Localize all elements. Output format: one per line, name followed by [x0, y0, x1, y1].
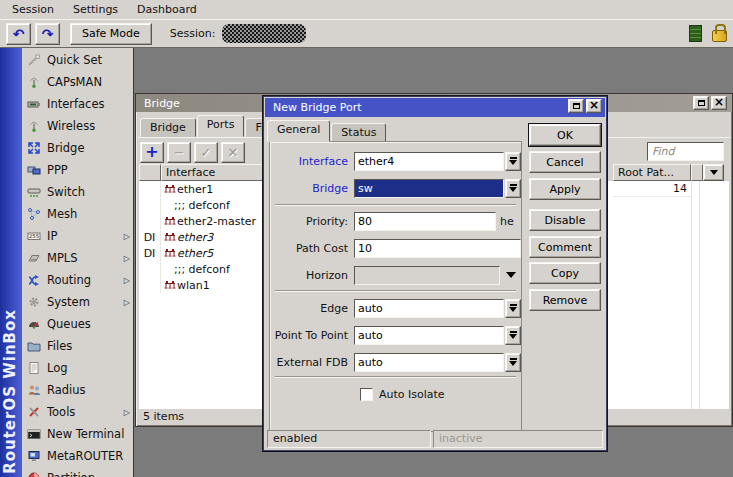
edge-combo-input[interactable]: [354, 299, 504, 318]
sidebar-item-queues[interactable]: Queues: [22, 313, 133, 335]
sidebar-item-files[interactable]: Files: [22, 335, 133, 357]
root-path-cost-column-header[interactable]: Root Pat...: [613, 164, 691, 181]
disable-button[interactable]: Disable: [529, 209, 601, 231]
find-input[interactable]: [648, 143, 723, 160]
antenna-icon: [27, 75, 42, 89]
sidebar-item-routing[interactable]: Routing▷: [22, 269, 133, 291]
interface-label: Interface: [270, 155, 354, 168]
tab-status[interactable]: Status: [331, 123, 386, 142]
copy-button[interactable]: Copy: [529, 262, 601, 284]
ppp-icon: [27, 163, 42, 177]
general-fields-group: Interface Bridge Priority: hex Path Cost…: [269, 141, 522, 432]
sidebar-item-partition[interactable]: Partition: [22, 467, 133, 477]
ok-button[interactable]: OK: [529, 124, 601, 146]
column-dropdown-button[interactable]: [703, 164, 724, 181]
maximize-icon: [573, 103, 580, 109]
sidebar-item-tools[interactable]: Tools▷: [22, 401, 133, 423]
menu-settings[interactable]: Settings: [65, 1, 129, 19]
path-cost-input[interactable]: [354, 239, 521, 258]
undo-button[interactable]: ↶: [6, 23, 31, 45]
sidebar-item-capsman[interactable]: CAPsMAN: [22, 71, 133, 93]
point-to-point-dropdown-button[interactable]: [505, 326, 521, 345]
session-value-redacted: [222, 24, 306, 43]
bridge-dropdown-button[interactable]: [505, 179, 521, 198]
sidebar-item-metarouter[interactable]: MetaROUTER: [22, 445, 133, 467]
menu-session[interactable]: Session: [4, 1, 65, 19]
redo-button[interactable]: ↷: [35, 23, 60, 45]
close-button[interactable]: ×: [711, 96, 727, 110]
cancel-button[interactable]: Cancel: [529, 151, 601, 173]
external-fdb-combo-input[interactable]: [354, 353, 504, 372]
dialog-title: New Bridge Port: [273, 101, 362, 114]
dialog-maximize-button[interactable]: [568, 99, 584, 113]
tab-ports[interactable]: Ports: [197, 115, 245, 137]
maximize-button[interactable]: [693, 96, 709, 110]
flags-column-header[interactable]: [139, 164, 161, 181]
separator: [275, 290, 516, 292]
enable-button[interactable]: ✓: [194, 142, 218, 163]
routing-icon: [27, 273, 42, 287]
secure-session-lock-icon: [712, 30, 727, 42]
auto-isolate-label: Auto Isolate: [379, 388, 445, 401]
dialog-close-button[interactable]: ×: [586, 99, 602, 113]
sidebar-item-new-terminal[interactable]: New Terminal: [22, 423, 133, 445]
bridge-port-icon: [164, 184, 176, 194]
point-to-point-field-row: Point To Point: [270, 325, 521, 345]
dialog-tabs: General Status: [267, 120, 387, 142]
apply-button[interactable]: Apply: [529, 178, 601, 200]
sidebar-item-interfaces[interactable]: Interfaces: [22, 93, 133, 115]
horizon-field-row: Horizon: [270, 265, 521, 285]
disable-row-button[interactable]: ✕: [221, 142, 245, 163]
sidebar-item-system[interactable]: System▷: [22, 291, 133, 313]
interface-combo-input[interactable]: [354, 152, 504, 171]
horizon-dropdown-arrow[interactable]: [506, 272, 516, 278]
root-path-cost-value: 14: [613, 181, 691, 197]
submenu-arrow-icon: ▷: [124, 254, 133, 263]
bridge-combo-input[interactable]: [354, 179, 504, 198]
sidebar-item-mesh[interactable]: Mesh: [22, 203, 133, 225]
interface-dropdown-button[interactable]: [505, 152, 521, 171]
remove-button[interactable]: Remove: [529, 289, 601, 311]
tools-icon: [27, 405, 42, 419]
sidebar-item-radius[interactable]: Radius: [22, 379, 133, 401]
edge-dropdown-button[interactable]: [505, 299, 521, 318]
add-button[interactable]: +: [140, 142, 164, 163]
auto-isolate-checkbox[interactable]: [360, 388, 373, 401]
enabled-status: enabled: [267, 430, 431, 448]
undo-icon: ↶: [13, 27, 25, 41]
separator: [275, 376, 516, 378]
dialog-titlebar[interactable]: New Bridge Port ×: [265, 98, 605, 117]
submenu-arrow-icon: ▷: [124, 232, 133, 241]
magic-wand-icon: [27, 53, 42, 67]
path-cost-label: Path Cost: [270, 242, 354, 255]
safe-mode-button[interactable]: Safe Mode: [70, 23, 152, 45]
sidebar-item-wireless[interactable]: Wireless: [22, 115, 133, 137]
close-icon: ×: [589, 99, 599, 111]
comment-button[interactable]: Comment: [529, 236, 601, 258]
dropdown-arrow-icon: [509, 160, 517, 165]
point-to-point-combo-input[interactable]: [354, 326, 504, 345]
sidebar-item-ppp[interactable]: PPP: [22, 159, 133, 181]
switch-icon: [27, 185, 42, 199]
minus-icon: −: [174, 145, 185, 160]
sidebar-item-ip[interactable]: 255IP▷: [22, 225, 133, 247]
external-fdb-dropdown-button[interactable]: [505, 353, 521, 372]
horizon-label: Horizon: [270, 269, 354, 282]
folder-icon: [27, 339, 42, 353]
remove-row-button[interactable]: −: [167, 142, 191, 163]
menu-dashboard[interactable]: Dashboard: [129, 1, 208, 19]
tab-general[interactable]: General: [267, 120, 330, 142]
sidebar-item-quick-set[interactable]: Quick Set: [22, 49, 133, 71]
horizon-input[interactable]: [354, 266, 500, 285]
sidebar-item-switch[interactable]: Switch: [22, 181, 133, 203]
mpls-icon: [27, 251, 42, 265]
tab-bridge[interactable]: Bridge: [140, 118, 196, 137]
priority-input[interactable]: [354, 212, 496, 231]
bridge-port-icon: [164, 248, 176, 258]
sidebar-item-mpls[interactable]: MPLS▷: [22, 247, 133, 269]
sidebar-item-bridge[interactable]: Bridge: [22, 137, 133, 159]
session-label: Session:: [170, 27, 216, 40]
sidebar-item-log[interactable]: Log: [22, 357, 133, 379]
gear-icon: [27, 295, 42, 309]
submenu-arrow-icon: ▷: [124, 298, 133, 307]
